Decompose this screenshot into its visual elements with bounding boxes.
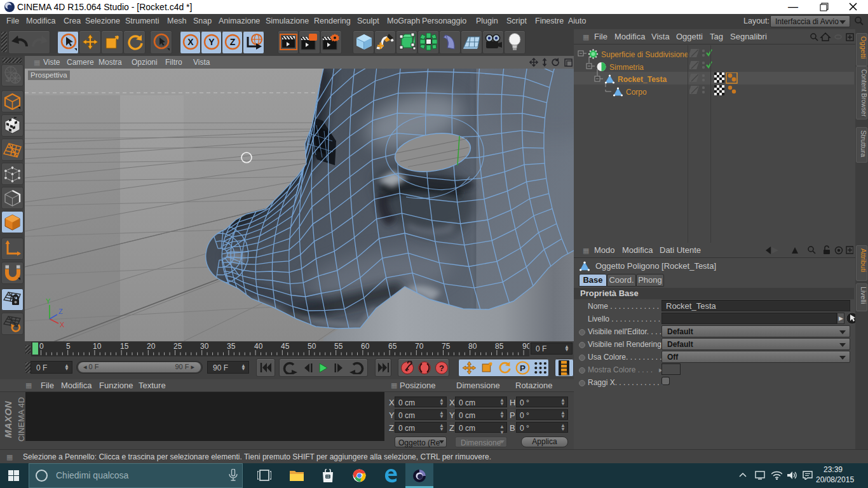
svg-text:Y: Y [208,37,215,47]
svg-text:30: 30 [200,342,209,351]
svg-text:60: 60 [361,342,370,351]
svg-text:45: 45 [281,342,290,351]
svg-text:70: 70 [415,342,424,351]
svg-text:25: 25 [173,342,182,351]
svg-text:50: 50 [308,342,316,351]
svg-text:90: 90 [522,342,529,351]
svg-text:65: 65 [388,342,397,351]
svg-text:55: 55 [334,342,343,351]
svg-text:75: 75 [442,342,451,351]
svg-text:5: 5 [66,342,71,351]
svg-text:40: 40 [254,342,263,351]
svg-text:85: 85 [495,342,504,351]
svg-text:20: 20 [147,342,156,351]
svg-text:80: 80 [468,342,477,351]
svg-text:35: 35 [227,342,236,351]
svg-text:X: X [60,321,65,329]
svg-text:10: 10 [93,342,102,351]
svg-text:15: 15 [120,342,129,351]
svg-text:X: X [187,37,194,47]
svg-text:Z: Z [58,308,63,315]
svg-text:?: ? [439,363,444,373]
svg-text:0: 0 [39,342,44,351]
svg-text:Z: Z [230,37,236,47]
svg-text:Y: Y [46,297,51,305]
svg-text:P: P [520,363,526,373]
